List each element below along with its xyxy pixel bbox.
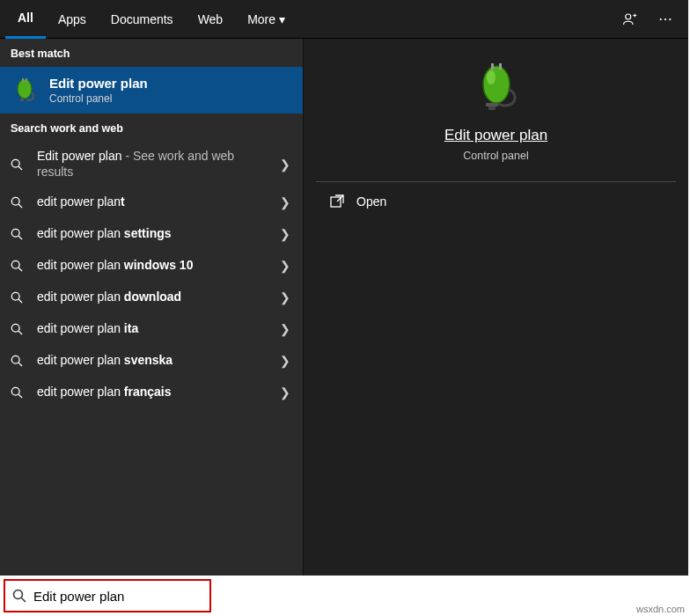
section-search-web: Search work and web [0,114,303,142]
result-text: edit power plan windows 10 [37,258,266,274]
chevron-right-icon[interactable]: ❯ [278,322,292,336]
result-text: edit power plan français [37,385,266,400]
more-options-icon[interactable]: ⋯ [648,0,683,39]
web-result[interactable]: edit power plan download ❯ [0,282,303,313]
web-result[interactable]: edit power plan ita ❯ [0,313,303,345]
result-text: edit power plan svenska [37,353,266,369]
preview-pane: Edit power plan Control panel Open [303,39,688,576]
power-plan-large-icon [468,60,525,116]
chevron-right-icon[interactable]: ❯ [278,259,292,273]
svg-rect-4 [26,78,27,82]
web-result[interactable]: edit power plan français ❯ [0,377,303,408]
svg-point-13 [11,387,19,395]
search-icon [11,158,25,171]
open-action[interactable]: Open [312,182,679,221]
svg-rect-20 [486,103,498,106]
tab-web[interactable]: Web [186,0,236,39]
search-icon [11,228,25,240]
svg-point-12 [11,356,19,363]
chevron-right-icon[interactable]: ❯ [278,195,292,209]
result-text: Edit power plan - See work and web resul… [37,149,266,180]
svg-rect-21 [331,197,341,207]
search-icon [11,291,25,304]
best-match-title: Edit power plan [49,76,148,91]
search-icon [11,355,25,367]
svg-point-8 [11,229,19,237]
search-icon [11,323,25,335]
watermark: wsxdn.com [636,604,685,614]
tab-apps[interactable]: Apps [46,0,99,39]
chevron-right-icon[interactable]: ❯ [278,354,292,368]
web-result[interactable]: edit power plant ❯ [0,187,303,218]
result-text: edit power plant [37,194,266,210]
svg-point-10 [11,292,19,300]
best-match-result[interactable]: Edit power plan Control panel [0,67,303,114]
chevron-right-icon[interactable]: ❯ [278,158,292,172]
best-match-subtitle: Control panel [49,92,148,105]
svg-rect-18 [499,63,502,70]
tab-all[interactable]: All [5,0,46,39]
svg-rect-5 [20,99,24,101]
tab-more[interactable]: More▾ [235,0,297,39]
section-best-match: Best match [0,39,303,67]
chevron-down-icon: ▾ [279,12,285,26]
chevron-right-icon[interactable]: ❯ [278,385,292,400]
tab-documents[interactable]: Documents [99,0,186,39]
search-input[interactable] [33,589,201,604]
svg-point-9 [11,260,19,268]
result-text: edit power plan download [37,290,266,305]
web-result[interactable]: edit power plan settings ❯ [0,218,303,250]
svg-rect-3 [22,78,24,82]
search-input-container[interactable] [4,579,211,612]
chevron-right-icon[interactable]: ❯ [278,227,292,241]
feedback-icon[interactable] [613,0,648,39]
svg-rect-17 [491,63,494,70]
svg-point-11 [11,324,19,332]
preview-title[interactable]: Edit power plan [444,127,547,144]
chevron-right-icon[interactable]: ❯ [278,290,292,304]
web-result[interactable]: edit power plan windows 10 ❯ [0,250,303,282]
open-icon [330,194,344,209]
result-text: edit power plan ita [37,321,266,337]
svg-point-6 [11,159,19,167]
svg-point-16 [487,70,495,84]
open-label: Open [356,194,386,209]
svg-point-0 [626,14,631,19]
web-result[interactable]: Edit power plan - See work and web resul… [0,142,303,187]
svg-point-22 [14,590,23,599]
svg-point-7 [11,197,19,205]
power-plan-icon [11,77,39,105]
search-icon [11,196,25,209]
preview-subtitle: Control panel [463,150,528,162]
result-text: edit power plan settings [37,226,266,242]
search-tabs: All Apps Documents Web More▾ ⋯ [0,0,688,39]
results-list: Best match Edit power plan Control panel… [0,39,303,576]
search-icon [11,386,25,399]
search-icon [12,589,26,603]
web-result[interactable]: edit power plan svenska ❯ [0,345,303,377]
search-icon [11,260,25,272]
